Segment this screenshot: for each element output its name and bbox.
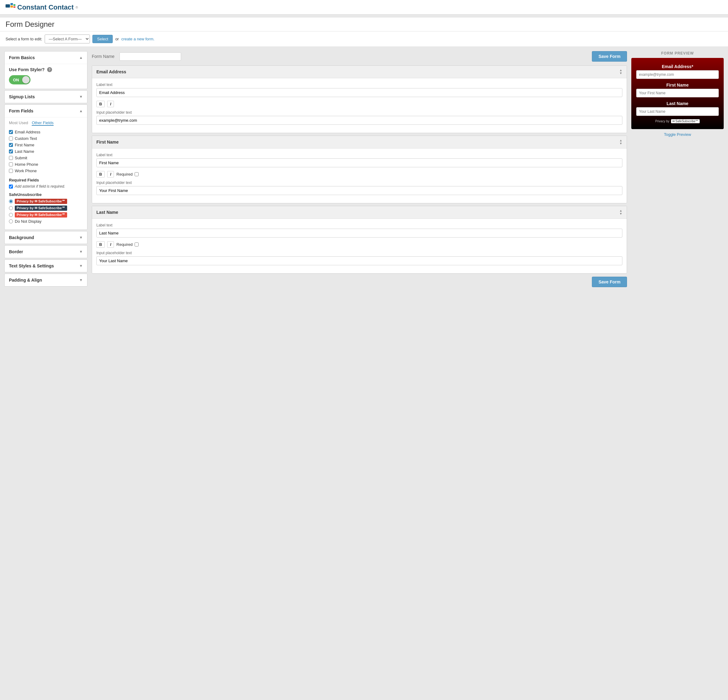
last-name-label-input[interactable] — [97, 229, 623, 237]
text-styles-header[interactable]: Text Styles & Settings ▼ — [4, 260, 87, 272]
last-name-placeholder-row: Input placeholder text — [97, 251, 623, 265]
form-fields-title: Form Fields — [9, 108, 33, 113]
required-asterisk-label: Add asterisk if field is required. — [15, 184, 65, 188]
first-name-required-checkbox[interactable] — [134, 172, 139, 176]
first-name-italic-btn[interactable]: I — [107, 171, 114, 178]
checkbox-first-name[interactable] — [9, 143, 13, 147]
checkbox-work-phone[interactable] — [9, 169, 13, 173]
text-styles-title: Text Styles & Settings — [9, 263, 54, 268]
select-form-dropdown[interactable]: —Select A Form— — [45, 35, 90, 43]
preview-last-name-group: Last Name — [636, 101, 719, 116]
first-name-label-row: Label text — [97, 153, 623, 167]
background-title: Background — [9, 235, 34, 240]
preview-safe-subscribe-badge: ✉ SafeSubscribe℠ — [671, 119, 700, 123]
select-button[interactable]: Select — [92, 35, 113, 43]
center-content: Form Name Save Form Email Address ▲ ▼ La… — [92, 51, 627, 700]
form-styler-toggle[interactable]: ON — [9, 75, 30, 84]
radio-option-dark: Privacy by ✉ SafeSubscribe℠ — [9, 205, 83, 211]
form-basics-header[interactable]: Form Basics ▲ — [4, 51, 87, 64]
sidebar-section-padding-align: Padding & Align ▼ — [4, 273, 87, 286]
checkbox-email-address[interactable] — [9, 130, 13, 134]
preview-last-name-input[interactable] — [636, 107, 719, 116]
form-name-input[interactable] — [120, 52, 181, 61]
toggle-preview-link[interactable]: Toggle Preview — [631, 129, 724, 140]
padding-align-header[interactable]: Padding & Align ▼ — [4, 274, 87, 286]
field-panel-last-name-arrows: ▲ ▼ — [619, 209, 623, 215]
field-panel-first-name-body: Label text B I Required Input placeholde… — [92, 149, 627, 203]
first-name-arrow-down[interactable]: ▼ — [619, 142, 623, 145]
radio-do-not-display[interactable] — [9, 219, 13, 223]
preview-email-star: * — [692, 64, 693, 69]
field-list: Email Address Custom Text First Name Las… — [9, 129, 83, 174]
bottom-save-row: Save Form — [92, 277, 627, 287]
field-label-custom-text: Custom Text — [15, 136, 37, 141]
help-icon[interactable]: ? — [47, 67, 52, 72]
list-item: Email Address — [9, 129, 83, 135]
last-name-arrow-down[interactable]: ▼ — [619, 212, 623, 215]
text-styles-chevron: ▼ — [79, 264, 83, 268]
signup-lists-header[interactable]: Signup Lists ▼ — [4, 91, 87, 103]
required-fields-section: Required Fields Add asterisk if field is… — [9, 178, 83, 188]
first-name-required-row: Required — [116, 172, 139, 176]
svg-rect-2 — [10, 6, 13, 7]
save-form-button-bottom[interactable]: Save Form — [592, 277, 627, 287]
preview-last-name-label: Last Name — [636, 101, 719, 106]
privacy-badge-light: Privacy by ✉ SafeSubscribe℠ — [15, 212, 67, 217]
background-header[interactable]: Background ▼ — [4, 231, 87, 244]
checkbox-last-name[interactable] — [9, 149, 13, 153]
form-fields-content: Most Used Other Fields Email Address Cus… — [4, 117, 87, 230]
first-name-label-input[interactable] — [97, 158, 623, 167]
signup-lists-chevron: ▼ — [79, 95, 83, 99]
form-preview: Email Address* First Name Last Name Priv… — [631, 58, 724, 129]
last-name-italic-btn[interactable]: I — [107, 241, 114, 248]
padding-align-chevron: ▼ — [79, 278, 83, 282]
first-name-placeholder-input[interactable] — [97, 186, 623, 195]
checkbox-custom-text[interactable] — [9, 136, 13, 140]
list-item: Work Phone — [9, 168, 83, 174]
checkbox-submit[interactable] — [9, 156, 13, 160]
email-italic-btn[interactable]: I — [107, 101, 114, 107]
tab-other-fields[interactable]: Other Fields — [32, 120, 53, 126]
or-text: or — [115, 37, 119, 41]
email-placeholder-input[interactable] — [97, 116, 623, 125]
save-form-button-top[interactable]: Save Form — [592, 51, 627, 62]
last-name-bold-btn[interactable]: B — [97, 241, 105, 248]
email-arrow-down[interactable]: ▼ — [619, 72, 623, 75]
app-name: Constant Contact — [17, 3, 74, 12]
form-fields-header[interactable]: Form Fields ▲ — [4, 105, 87, 117]
privacy-badge-red: Privacy by ✉ SafeSubscribe℠ — [15, 199, 67, 204]
field-label-submit: Submit — [15, 156, 27, 160]
required-asterisk-checkbox[interactable] — [9, 185, 13, 188]
radio-option-light: Privacy by ✉ SafeSubscribe℠ — [9, 212, 83, 217]
padding-align-title: Padding & Align — [9, 278, 42, 282]
list-item: Home Phone — [9, 161, 83, 168]
list-item: First Name — [9, 142, 83, 148]
preview-email-label: Email Address* — [636, 64, 719, 69]
radio-safe-subscribe-light[interactable] — [9, 213, 13, 217]
radio-option-none: Do Not Display — [9, 219, 83, 224]
first-name-bold-btn[interactable]: B — [97, 171, 105, 178]
svg-rect-1 — [10, 3, 13, 5]
constant-contact-logo-icon — [6, 3, 15, 12]
svg-rect-4 — [13, 6, 15, 8]
checkbox-home-phone[interactable] — [9, 162, 13, 166]
tab-most-used[interactable]: Most Used — [9, 120, 28, 126]
field-panel-first-name: First Name ▲ ▼ Label text B I Required — [92, 136, 627, 203]
radio-safe-subscribe-dark[interactable] — [9, 206, 13, 210]
last-name-required-row: Required — [116, 242, 139, 247]
form-name-label: Form Name — [92, 54, 114, 59]
preview-first-name-input[interactable] — [636, 89, 719, 97]
radio-safe-subscribe-red[interactable] — [9, 200, 13, 203]
email-bold-btn[interactable]: B — [97, 101, 105, 107]
form-basics-chevron-up: ▲ — [79, 55, 83, 60]
preview-email-input[interactable] — [636, 70, 719, 79]
border-header[interactable]: Border ▼ — [4, 246, 87, 258]
field-panel-first-name-header: First Name ▲ ▼ — [92, 136, 627, 149]
last-name-required-checkbox[interactable] — [134, 243, 139, 246]
toggle-knob — [22, 76, 30, 84]
last-name-placeholder-input[interactable] — [97, 256, 623, 265]
create-new-form-link[interactable]: create a new form. — [121, 37, 155, 41]
email-label-input[interactable] — [97, 88, 623, 97]
email-label-row: Label text — [97, 82, 623, 97]
radio-option-red: Privacy by ✉ SafeSubscribe℠ — [9, 199, 83, 204]
